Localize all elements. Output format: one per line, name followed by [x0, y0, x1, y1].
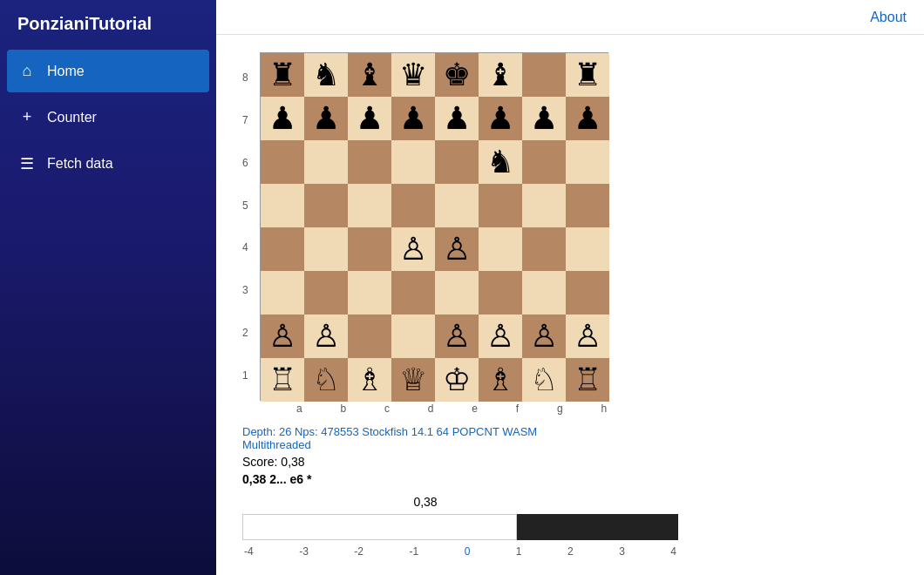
chess-board-container: 8 7 6 5 4 3 2 1 ♜ ♞ ♝ ♛ ♚	[242, 52, 626, 416]
square-b7: ♟	[304, 97, 348, 140]
square-h8: ♜	[566, 53, 609, 97]
chess-board: ♜ ♞ ♝ ♛ ♚ ♝ ♜ ♟ ♟ ♟ ♟ ♟ ♟	[260, 52, 608, 401]
square-e3	[435, 271, 479, 315]
square-d5	[391, 184, 435, 227]
square-b6	[304, 140, 348, 184]
eval-white-portion	[242, 514, 517, 540]
square-c7: ♟	[348, 97, 391, 140]
square-f6: ♞	[479, 140, 522, 184]
square-a3	[261, 271, 304, 315]
square-g2: ♙	[522, 315, 566, 358]
square-e1: ♔	[435, 358, 479, 402]
square-h6	[566, 140, 609, 184]
square-f4	[479, 227, 522, 271]
square-d1: ♕	[391, 358, 435, 402]
eval-bar	[242, 514, 678, 540]
square-e5	[435, 184, 479, 227]
square-g6	[522, 140, 566, 184]
move-line: 0,38 2... e6 *	[242, 472, 608, 486]
score-line: Score: 0,38	[242, 455, 608, 469]
home-icon: ⌂	[17, 62, 37, 80]
sidebar-item-counter-label: Counter	[47, 110, 97, 125]
square-b3	[304, 271, 348, 315]
square-g5	[522, 184, 566, 227]
plus-icon: +	[17, 108, 37, 126]
sidebar-item-fetchdata-label: Fetch data	[47, 156, 113, 172]
square-h7: ♟	[566, 97, 609, 140]
square-f2: ♙	[479, 315, 522, 358]
square-g4	[522, 227, 566, 271]
square-g3	[522, 271, 566, 315]
score-value: 0,38	[281, 455, 304, 469]
sidebar-item-home-label: Home	[47, 64, 85, 79]
sidebar-item-fetch-data[interactable]: ☰ Fetch data	[7, 142, 209, 186]
square-f1: ♗	[479, 358, 522, 402]
square-c1: ♗	[348, 358, 391, 402]
chess-wrapper: 8 7 6 5 4 3 2 1 ♜ ♞ ♝ ♛ ♚	[242, 52, 626, 558]
content-area: 8 7 6 5 4 3 2 1 ♜ ♞ ♝ ♛ ♚	[216, 35, 924, 575]
square-c8: ♝	[348, 53, 391, 97]
square-c3	[348, 271, 391, 315]
square-c6	[348, 140, 391, 184]
eval-bar-container	[242, 514, 678, 540]
square-d7: ♟	[391, 97, 435, 140]
sidebar-item-home[interactable]: ⌂ Home	[7, 50, 209, 92]
square-f7: ♟	[479, 97, 522, 140]
eval-label: 0,38	[242, 495, 608, 509]
square-d4: ♙	[391, 227, 435, 271]
square-e4: ♙	[435, 227, 479, 271]
square-b8: ♞	[304, 53, 348, 97]
square-g8	[522, 53, 566, 97]
square-h2: ♙	[566, 315, 609, 358]
square-d6	[391, 140, 435, 184]
list-icon: ☰	[17, 154, 37, 173]
square-e7: ♟	[435, 97, 479, 140]
square-d3	[391, 271, 435, 315]
square-c2	[348, 315, 391, 358]
app-title: PonzianiTutorial	[0, 0, 216, 48]
topbar: About	[216, 0, 924, 35]
square-e6	[435, 140, 479, 184]
square-f8: ♝	[479, 53, 522, 97]
square-g1: ♘	[522, 358, 566, 402]
square-a6	[261, 140, 304, 184]
eval-ticks: -4 -3 -2 -1 0 1 2 3 4	[242, 545, 678, 558]
square-f3	[479, 271, 522, 315]
square-a2: ♙	[261, 315, 304, 358]
sidebar-item-counter[interactable]: + Counter	[7, 96, 209, 139]
board-ranks: 8 7 6 5 4 3 2 1	[242, 52, 260, 401]
square-g7: ♟	[522, 97, 566, 140]
eval-section: Depth: 26 Nps: 478553 Stockfish 14.1 64 …	[242, 425, 608, 558]
square-d2	[391, 315, 435, 358]
square-c4	[348, 227, 391, 271]
square-h1: ♖	[566, 358, 609, 402]
square-h3	[566, 271, 609, 315]
main-content: About 8 7 6 5 4 3 2 1 ♜ ♞	[216, 0, 924, 575]
square-a7: ♟	[261, 97, 304, 140]
square-b1: ♘	[304, 358, 348, 402]
square-b2: ♙	[304, 315, 348, 358]
square-c5	[348, 184, 391, 227]
score-label: Score:	[242, 455, 277, 469]
square-b5	[304, 184, 348, 227]
board-files: a b c d e f g h	[277, 401, 626, 416]
square-h4	[566, 227, 609, 271]
about-link[interactable]: About	[870, 10, 907, 25]
square-e8: ♚	[435, 53, 479, 97]
square-b4	[304, 227, 348, 271]
square-a1: ♖	[261, 358, 304, 402]
square-h5	[566, 184, 609, 227]
square-f5	[479, 184, 522, 227]
square-a4	[261, 227, 304, 271]
sidebar: PonzianiTutorial ⌂ Home + Counter ☰ Fetc…	[0, 0, 216, 575]
square-d8: ♛	[391, 53, 435, 97]
square-e2: ♙	[435, 315, 479, 358]
square-a8: ♜	[261, 53, 304, 97]
depth-info: Depth: 26 Nps: 478553 Stockfish 14.1 64 …	[242, 425, 608, 451]
square-a5	[261, 184, 304, 227]
